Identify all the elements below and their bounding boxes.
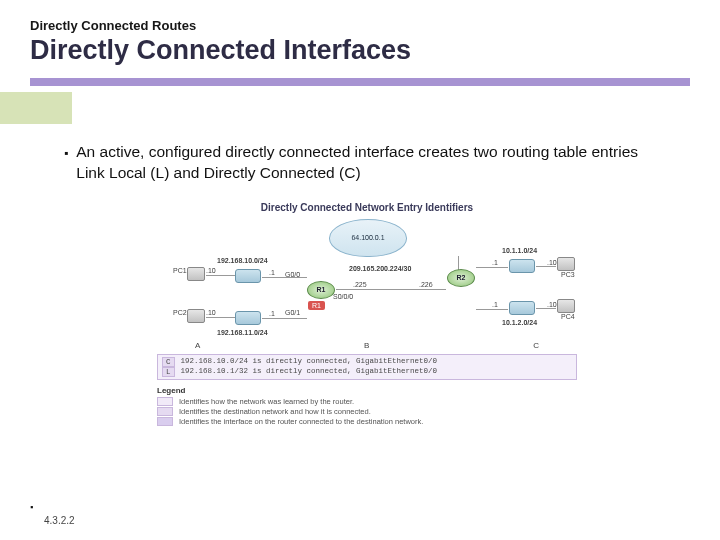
legend-text: Identifies how the network was learned b… <box>179 397 354 406</box>
router-r2-icon: R2 <box>447 269 475 287</box>
legend-text: Identifies the interface on the router c… <box>179 417 423 426</box>
col-b: B <box>364 341 369 350</box>
network-label: 192.168.11.0/24 <box>217 329 268 336</box>
pc-icon <box>557 299 575 313</box>
wan-addr: .225 <box>353 281 367 288</box>
bullet-item: ▪ An active, configured directly connect… <box>64 142 670 184</box>
legend-swatch <box>157 417 173 426</box>
accent-bar-green <box>0 92 72 124</box>
link-line <box>476 267 508 268</box>
link-line <box>206 275 235 276</box>
switch-icon <box>509 301 535 315</box>
pc2-label: PC2 <box>173 309 187 316</box>
cloud-ip: 64.100.0.1 <box>351 234 384 241</box>
router-r1-badge: R1 <box>308 301 325 310</box>
topology: 64.100.0.1 R1 R1 R2 <box>157 219 577 339</box>
router-r2-label: R2 <box>457 274 466 281</box>
route-code: L <box>162 367 175 377</box>
interface-label: G0/0 <box>285 271 300 278</box>
host-addr: .1 <box>269 310 275 317</box>
link-line <box>262 318 307 319</box>
pc-icon <box>557 257 575 271</box>
wan-addr: .226 <box>419 281 433 288</box>
host-addr: .10 <box>206 309 216 316</box>
route-text: 192.168.10.0/24 is directly connected, G… <box>181 357 438 367</box>
cloud-icon: 64.100.0.1 <box>329 219 407 257</box>
route-row: L 192.168.10.1/32 is directly connected,… <box>162 367 572 377</box>
legend-swatch <box>157 397 173 406</box>
host-addr: .10 <box>547 301 557 308</box>
switch-icon <box>509 259 535 273</box>
link-line <box>536 308 556 309</box>
reference-number: 4.3.2.2 <box>44 515 75 526</box>
router-r1-icon: R1 <box>307 281 335 299</box>
legend-row: Identifies the interface on the router c… <box>157 417 577 426</box>
network-label: 10.1.1.0/24 <box>502 247 537 254</box>
host-addr: .10 <box>547 259 557 266</box>
switch-icon <box>235 311 261 325</box>
accent-bar <box>30 78 690 86</box>
wan-label: 209.165.200.224/30 <box>349 265 411 272</box>
legend-title: Legend <box>157 386 577 395</box>
route-text: 192.168.10.1/32 is directly connected, G… <box>181 367 438 377</box>
pc-icon <box>187 309 205 323</box>
content-area: ▪ An active, configured directly connect… <box>30 124 690 427</box>
column-identifiers: A B C <box>157 341 577 350</box>
bullet-text: An active, configured directly connected… <box>76 142 670 184</box>
route-code: C <box>162 357 175 367</box>
col-a: A <box>195 341 200 350</box>
bullet-marker: ▪ <box>64 142 68 184</box>
network-label: 192.168.10.0/24 <box>217 257 268 264</box>
accent-bar-purple <box>30 78 690 86</box>
link-line <box>458 256 459 270</box>
footer-bullet: ▪ <box>30 502 33 512</box>
link-line <box>536 266 556 267</box>
legend-row: Identifies how the network was learned b… <box>157 397 577 406</box>
pc-icon <box>187 267 205 281</box>
legend: Legend Identifies how the network was le… <box>157 386 577 426</box>
col-c: C <box>533 341 539 350</box>
host-addr: .1 <box>269 269 275 276</box>
host-addr: .1 <box>492 259 498 266</box>
network-diagram: Directly Connected Network Entry Identif… <box>157 202 577 427</box>
pc1-label: PC1 <box>173 267 187 274</box>
slide-subtitle: Directly Connected Routes <box>30 18 690 33</box>
legend-swatch <box>157 407 173 416</box>
switch-icon <box>235 269 261 283</box>
link-line <box>206 317 235 318</box>
routing-table: C 192.168.10.0/24 is directly connected,… <box>157 354 577 380</box>
slide: Directly Connected Routes Directly Conne… <box>0 0 720 437</box>
link-line <box>476 309 508 310</box>
interface-label: S0/0/0 <box>333 293 353 300</box>
network-label: 10.1.2.0/24 <box>502 319 537 326</box>
host-addr: .10 <box>206 267 216 274</box>
link-line <box>336 289 446 290</box>
legend-text: Identifies the destination network and h… <box>179 407 371 416</box>
host-addr: .1 <box>492 301 498 308</box>
pc4-label: PC4 <box>561 313 575 320</box>
diagram-title: Directly Connected Network Entry Identif… <box>157 202 577 213</box>
interface-label: G0/1 <box>285 309 300 316</box>
pc3-label: PC3 <box>561 271 575 278</box>
legend-row: Identifies the destination network and h… <box>157 407 577 416</box>
diagram-container: Directly Connected Network Entry Identif… <box>64 202 670 427</box>
router-r1-label: R1 <box>317 286 326 293</box>
slide-title: Directly Connected Interfaces <box>30 35 690 66</box>
route-row: C 192.168.10.0/24 is directly connected,… <box>162 357 572 367</box>
